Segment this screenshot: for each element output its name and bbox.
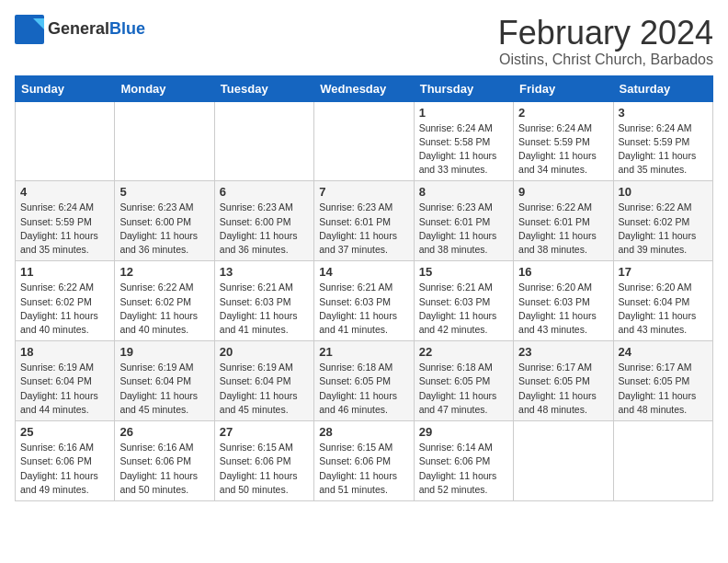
day-info: Sunrise: 6:16 AM Sunset: 6:06 PM Dayligh… bbox=[119, 441, 209, 497]
day-info: Sunrise: 6:20 AM Sunset: 6:04 PM Dayligh… bbox=[619, 281, 708, 337]
day-info: Sunrise: 6:23 AM Sunset: 6:01 PM Dayligh… bbox=[319, 201, 408, 257]
calendar-week-row: 1Sunrise: 6:24 AM Sunset: 5:58 PM Daylig… bbox=[16, 101, 713, 181]
calendar-cell: 29Sunrise: 6:14 AM Sunset: 6:06 PM Dayli… bbox=[414, 421, 513, 501]
day-info: Sunrise: 6:19 AM Sunset: 6:04 PM Dayligh… bbox=[220, 361, 309, 417]
day-info: Sunrise: 6:19 AM Sunset: 6:04 PM Dayligh… bbox=[119, 361, 209, 417]
day-info: Sunrise: 6:18 AM Sunset: 6:05 PM Dayligh… bbox=[319, 361, 408, 417]
day-number: 6 bbox=[220, 185, 309, 199]
month-title: February 2024 bbox=[498, 15, 713, 52]
day-number: 29 bbox=[419, 425, 508, 439]
calendar-cell: 23Sunrise: 6:17 AM Sunset: 6:05 PM Dayli… bbox=[514, 341, 613, 421]
day-number: 1 bbox=[419, 106, 508, 120]
day-number: 26 bbox=[119, 425, 209, 439]
calendar-week-row: 4Sunrise: 6:24 AM Sunset: 5:59 PM Daylig… bbox=[16, 181, 713, 261]
column-header-friday: Friday bbox=[514, 75, 613, 101]
day-number: 14 bbox=[319, 265, 408, 279]
day-info: Sunrise: 6:23 AM Sunset: 6:00 PM Dayligh… bbox=[119, 201, 209, 257]
calendar-cell: 5Sunrise: 6:23 AM Sunset: 6:00 PM Daylig… bbox=[115, 181, 214, 261]
day-number: 28 bbox=[319, 425, 408, 439]
day-number: 3 bbox=[619, 106, 708, 120]
day-info: Sunrise: 6:20 AM Sunset: 6:03 PM Dayligh… bbox=[518, 281, 608, 337]
day-info: Sunrise: 6:24 AM Sunset: 5:59 PM Dayligh… bbox=[20, 201, 109, 257]
day-info: Sunrise: 6:17 AM Sunset: 6:05 PM Dayligh… bbox=[518, 361, 608, 417]
calendar-cell: 17Sunrise: 6:20 AM Sunset: 6:04 PM Dayli… bbox=[613, 261, 712, 341]
day-number: 19 bbox=[119, 345, 209, 359]
column-header-thursday: Thursday bbox=[414, 75, 513, 101]
day-info: Sunrise: 6:21 AM Sunset: 6:03 PM Dayligh… bbox=[419, 281, 508, 337]
day-info: Sunrise: 6:18 AM Sunset: 6:05 PM Dayligh… bbox=[419, 361, 508, 417]
day-info: Sunrise: 6:22 AM Sunset: 6:02 PM Dayligh… bbox=[619, 201, 708, 257]
day-info: Sunrise: 6:14 AM Sunset: 6:06 PM Dayligh… bbox=[419, 441, 508, 497]
day-number: 17 bbox=[619, 265, 708, 279]
day-number: 2 bbox=[518, 106, 608, 120]
calendar-cell: 15Sunrise: 6:21 AM Sunset: 6:03 PM Dayli… bbox=[414, 261, 513, 341]
calendar-cell bbox=[514, 421, 613, 501]
calendar-cell: 20Sunrise: 6:19 AM Sunset: 6:04 PM Dayli… bbox=[214, 341, 313, 421]
calendar-cell: 18Sunrise: 6:19 AM Sunset: 6:04 PM Dayli… bbox=[16, 341, 115, 421]
calendar-week-row: 25Sunrise: 6:16 AM Sunset: 6:06 PM Dayli… bbox=[16, 421, 713, 501]
day-number: 25 bbox=[20, 425, 109, 439]
calendar-cell: 27Sunrise: 6:15 AM Sunset: 6:06 PM Dayli… bbox=[214, 421, 313, 501]
day-number: 23 bbox=[518, 345, 608, 359]
calendar-cell: 25Sunrise: 6:16 AM Sunset: 6:06 PM Dayli… bbox=[16, 421, 115, 501]
day-number: 16 bbox=[518, 265, 608, 279]
day-number: 9 bbox=[518, 185, 608, 199]
day-number: 5 bbox=[119, 185, 209, 199]
day-number: 20 bbox=[220, 345, 309, 359]
location-subtitle: Oistins, Christ Church, Barbados bbox=[498, 52, 713, 68]
calendar-week-row: 11Sunrise: 6:22 AM Sunset: 6:02 PM Dayli… bbox=[16, 261, 713, 341]
day-info: Sunrise: 6:16 AM Sunset: 6:06 PM Dayligh… bbox=[20, 441, 109, 497]
calendar-cell bbox=[16, 101, 115, 181]
calendar-cell: 16Sunrise: 6:20 AM Sunset: 6:03 PM Dayli… bbox=[514, 261, 613, 341]
column-header-sunday: Sunday bbox=[16, 75, 115, 101]
day-number: 24 bbox=[619, 345, 708, 359]
calendar-cell: 3Sunrise: 6:24 AM Sunset: 5:59 PM Daylig… bbox=[613, 101, 712, 181]
calendar-cell: 1Sunrise: 6:24 AM Sunset: 5:58 PM Daylig… bbox=[414, 101, 513, 181]
logo-general: General bbox=[48, 19, 109, 38]
day-number: 7 bbox=[319, 185, 408, 199]
calendar-cell: 24Sunrise: 6:17 AM Sunset: 6:05 PM Dayli… bbox=[613, 341, 712, 421]
calendar-cell: 7Sunrise: 6:23 AM Sunset: 6:01 PM Daylig… bbox=[314, 181, 414, 261]
calendar-cell: 12Sunrise: 6:22 AM Sunset: 6:02 PM Dayli… bbox=[115, 261, 214, 341]
column-header-monday: Monday bbox=[115, 75, 214, 101]
calendar-week-row: 18Sunrise: 6:19 AM Sunset: 6:04 PM Dayli… bbox=[16, 341, 713, 421]
logo-blue: Blue bbox=[109, 19, 145, 38]
day-number: 21 bbox=[319, 345, 408, 359]
calendar-cell: 2Sunrise: 6:24 AM Sunset: 5:59 PM Daylig… bbox=[514, 101, 613, 181]
day-info: Sunrise: 6:24 AM Sunset: 5:59 PM Dayligh… bbox=[518, 121, 608, 178]
calendar-table: SundayMondayTuesdayWednesdayThursdayFrid… bbox=[15, 75, 713, 501]
page-header: GeneralBlue February 2024 Oistins, Chris… bbox=[15, 15, 713, 68]
calendar-cell: 10Sunrise: 6:22 AM Sunset: 6:02 PM Dayli… bbox=[613, 181, 712, 261]
calendar-cell: 21Sunrise: 6:18 AM Sunset: 6:05 PM Dayli… bbox=[314, 341, 414, 421]
calendar-cell: 8Sunrise: 6:23 AM Sunset: 6:01 PM Daylig… bbox=[414, 181, 513, 261]
day-info: Sunrise: 6:19 AM Sunset: 6:04 PM Dayligh… bbox=[20, 361, 109, 417]
column-header-tuesday: Tuesday bbox=[214, 75, 313, 101]
calendar-cell: 9Sunrise: 6:22 AM Sunset: 6:01 PM Daylig… bbox=[514, 181, 613, 261]
day-number: 11 bbox=[20, 265, 109, 279]
day-info: Sunrise: 6:24 AM Sunset: 5:58 PM Dayligh… bbox=[419, 121, 508, 178]
day-info: Sunrise: 6:23 AM Sunset: 6:01 PM Dayligh… bbox=[419, 201, 508, 257]
calendar-cell bbox=[314, 101, 414, 181]
day-info: Sunrise: 6:15 AM Sunset: 6:06 PM Dayligh… bbox=[319, 441, 408, 497]
calendar-cell bbox=[214, 101, 313, 181]
calendar-cell: 26Sunrise: 6:16 AM Sunset: 6:06 PM Dayli… bbox=[115, 421, 214, 501]
column-header-saturday: Saturday bbox=[613, 75, 712, 101]
calendar-cell: 19Sunrise: 6:19 AM Sunset: 6:04 PM Dayli… bbox=[115, 341, 214, 421]
day-info: Sunrise: 6:15 AM Sunset: 6:06 PM Dayligh… bbox=[220, 441, 309, 497]
logo-icon bbox=[15, 15, 44, 44]
day-info: Sunrise: 6:21 AM Sunset: 6:03 PM Dayligh… bbox=[220, 281, 309, 337]
column-header-wednesday: Wednesday bbox=[314, 75, 414, 101]
day-info: Sunrise: 6:23 AM Sunset: 6:00 PM Dayligh… bbox=[220, 201, 309, 257]
calendar-cell: 14Sunrise: 6:21 AM Sunset: 6:03 PM Dayli… bbox=[314, 261, 414, 341]
day-number: 15 bbox=[419, 265, 508, 279]
day-number: 27 bbox=[220, 425, 309, 439]
day-info: Sunrise: 6:22 AM Sunset: 6:02 PM Dayligh… bbox=[20, 281, 109, 337]
day-info: Sunrise: 6:22 AM Sunset: 6:01 PM Dayligh… bbox=[518, 201, 608, 257]
calendar-cell: 22Sunrise: 6:18 AM Sunset: 6:05 PM Dayli… bbox=[414, 341, 513, 421]
calendar-cell: 13Sunrise: 6:21 AM Sunset: 6:03 PM Dayli… bbox=[214, 261, 313, 341]
calendar-cell: 4Sunrise: 6:24 AM Sunset: 5:59 PM Daylig… bbox=[16, 181, 115, 261]
calendar-cell bbox=[115, 101, 214, 181]
day-number: 22 bbox=[419, 345, 508, 359]
day-number: 12 bbox=[119, 265, 209, 279]
logo: GeneralBlue bbox=[15, 15, 145, 44]
